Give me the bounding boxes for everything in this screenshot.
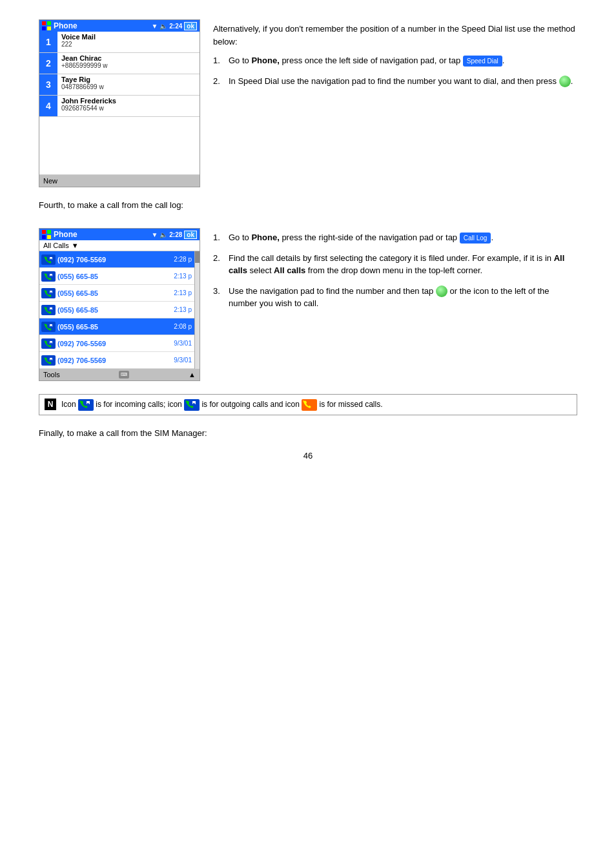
final-text: Finally, to make a call from the SIM Man… <box>39 428 577 438</box>
incoming-call-icon-7 <box>41 355 56 366</box>
calllog-number-2: (055) 665-85 <box>57 273 165 280</box>
calllog-number-5: (055) 665-85 <box>57 323 165 331</box>
calllog-instructions: 1. Go to Phone, press the right-side of … <box>213 228 577 381</box>
calllog-steps: 1. Go to Phone, press the right-side of … <box>213 231 577 310</box>
speed-dial-step-2: 2. In Speed Dial use the navigation pad … <box>213 75 577 88</box>
svg-marker-2 <box>50 291 52 293</box>
calllog-time-5: 2:08 p <box>165 323 194 330</box>
calllog-step-2-text: Find the call details by first selecting… <box>229 252 577 277</box>
speed-dial-screenshot-container: Phone ▼ 🔈 2:24 ok 1 Voice Mail 222 2 <box>39 19 200 187</box>
speed-dial-section: Phone ▼ 🔈 2:24 ok 1 Voice Mail 222 2 <box>39 19 577 187</box>
contact-name-4: John Fredericks <box>61 97 196 105</box>
speed-dial-info-2: Jean Chirac +8865999999 w <box>57 53 200 74</box>
icon-legend-container: N Icon is for incoming calls; icon is fo… <box>39 394 577 415</box>
empty-space-speed-dial <box>39 117 200 175</box>
svg-marker-7 <box>87 401 90 404</box>
speed-dial-row-3: 3 Taye Rig 0487886699 w <box>39 74 200 96</box>
missed-svg-legend <box>302 399 317 411</box>
call-log-section: Phone ▼ 🔈 2:28 ok All Calls ▼ <box>39 228 577 381</box>
incoming-call-icon-4 <box>41 305 56 315</box>
speed-dial-button[interactable]: Speed Dial <box>463 56 502 67</box>
calllog-icon-6 <box>39 338 57 349</box>
between-text: Fourth, to make a call from the call log… <box>39 200 577 210</box>
calllog-tools-label: Tools <box>43 371 60 378</box>
calllog-icon-4 <box>39 305 57 315</box>
incoming-call-icon-6 <box>41 338 56 349</box>
phone-bold-calllog-1: Phone, <box>251 233 279 242</box>
calllog-number-7: (092) 706-5569 <box>57 357 165 364</box>
calllog-scroll-up-icon: ▲ <box>189 371 196 378</box>
dial-icon <box>559 76 571 87</box>
signal-time: ▼ 🔈 2:24 ok <box>151 22 197 30</box>
calllog-number-6: (092) 706-5569 <box>57 340 165 347</box>
signal-icon: ▼ <box>151 23 158 30</box>
svg-marker-5 <box>50 341 52 344</box>
speed-dial-info-1: Voice Mail 222 <box>57 32 200 52</box>
time-display: 2:24 <box>169 23 182 30</box>
incoming-svg-legend <box>78 399 94 411</box>
spacer-1 <box>39 218 577 228</box>
calllog-step-num-3: 3. <box>213 285 223 310</box>
calllog-scrollthumb <box>195 251 200 263</box>
speaker-icon: 🔈 <box>159 23 167 30</box>
speed-dial-num-3: 3 <box>39 74 57 95</box>
contact-number-4: 0926876544 w <box>61 105 196 112</box>
calllog-filter-label: All Calls <box>43 242 69 249</box>
contact-name-3: Taye Rig <box>61 76 196 83</box>
calllog-signal-icon: ▼ <box>151 231 158 238</box>
calllog-step-num-1: 1. <box>213 231 223 244</box>
step-2-text: In Speed Dial use the navigation pad to … <box>229 75 573 88</box>
calllog-icon-3 <box>39 288 57 298</box>
calllog-number-3: (055) 665-85 <box>57 289 165 297</box>
call-log-button[interactable]: Call Log <box>460 233 491 244</box>
speed-dial-info-3: Taye Rig 0487886699 w <box>57 74 200 95</box>
calllog-ok-button[interactable]: ok <box>184 231 197 239</box>
speed-dial-row-2: 2 Jean Chirac +8865999999 w <box>39 53 200 74</box>
calllog-icon-2 <box>39 271 57 282</box>
calllog-scrollbar[interactable] <box>194 251 200 369</box>
calllog-dropdown-icon: ▼ <box>72 242 79 249</box>
svg-marker-8 <box>192 401 196 404</box>
incoming-call-icon-3 <box>41 288 56 298</box>
contact-name-1: Voice Mail <box>61 33 196 41</box>
calllog-row-2: (055) 665-85 2:13 p <box>39 268 194 285</box>
phone-icon-svg-5 <box>43 323 54 331</box>
ok-button-speed-dial[interactable]: ok <box>184 22 197 30</box>
no-icon: N <box>45 399 56 410</box>
speed-dial-intro-text: Alternatively, if you don't remember the… <box>213 23 577 48</box>
contact-number-2: +8865999999 w <box>61 62 196 69</box>
contact-number-3: 0487886699 w <box>61 83 196 90</box>
calllog-icon-5 <box>39 322 57 332</box>
calllog-row-1: (092) 706-5569 2:28 p <box>39 251 194 268</box>
calllog-signal-time: ▼ 🔈 2:28 ok <box>151 231 197 239</box>
phone-icon-svg-3 <box>43 289 54 297</box>
calllog-row-6: (092) 706-5569 9/3/01 <box>39 335 194 352</box>
phone-icon-svg-1 <box>43 256 54 264</box>
calllog-step-3-text: Use the navigation pad to find the numbe… <box>229 285 577 310</box>
step-num-2: 2. <box>213 75 223 88</box>
calllog-time-6: 9/3/01 <box>165 340 194 347</box>
svg-marker-0 <box>50 257 52 260</box>
calllog-icon-1 <box>39 254 57 265</box>
phone-icon-svg-7 <box>43 357 54 364</box>
calllog-time-3: 2:13 p <box>165 289 194 296</box>
calllog-step-2: 2. Find the call details by first select… <box>213 252 577 277</box>
speed-dial-row-4: 4 John Fredericks 0926876544 w <box>39 96 200 117</box>
windows-logo-icon <box>42 21 51 30</box>
svg-marker-4 <box>50 324 52 327</box>
calllog-row-7: (092) 706-5569 9/3/01 <box>39 352 194 369</box>
svg-marker-3 <box>50 307 52 310</box>
speed-dial-row-1: 1 Voice Mail 222 <box>39 32 200 53</box>
speed-dial-footer: New <box>39 175 200 187</box>
calllog-time-1: 2:28 p <box>165 256 194 263</box>
outgoing-svg-legend <box>184 399 200 411</box>
speed-dial-num-4: 4 <box>39 96 57 116</box>
speed-dial-step-1: 1. Go to Phone, press once the left side… <box>213 54 577 67</box>
phone-titlebar-speed-dial: Phone ▼ 🔈 2:24 ok <box>39 20 200 32</box>
calllog-time-2: 2:13 p <box>165 273 194 280</box>
calllog-footer: Tools ⌨ ▲ <box>39 369 200 380</box>
calllog-title-label: Phone <box>54 230 77 239</box>
missed-icon-legend <box>302 399 317 411</box>
phone-icon-svg-6 <box>43 340 54 347</box>
svg-marker-1 <box>50 274 52 276</box>
